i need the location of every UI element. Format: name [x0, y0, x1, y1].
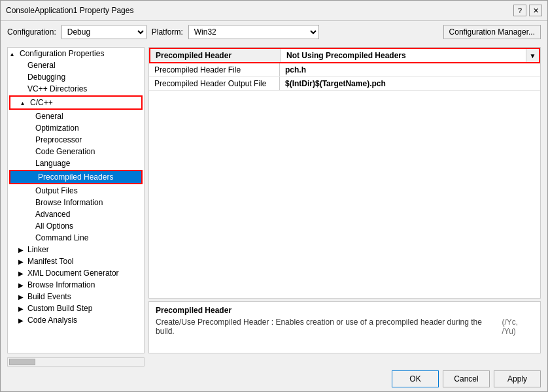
platform-label: Platform:: [152, 27, 183, 37]
platform-select[interactable]: Win32: [188, 25, 319, 39]
tree-label-cpp: C/C++: [30, 98, 53, 107]
property-pages-dialog: ConsoleApplication1 Property Pages ? ✕ C…: [0, 0, 548, 392]
property-grid: Precompiled Header Not Using Precompiled…: [148, 47, 541, 299]
property-name-output: Precompiled Header Output File: [149, 77, 280, 90]
tree-label-cpp-output: Output Files: [35, 186, 78, 195]
tree-item-cpp-command[interactable]: Command Line: [8, 232, 144, 244]
tree-label-debugging: Debugging: [27, 73, 65, 82]
right-panel: Precompiled Header Not Using Precompiled…: [148, 47, 541, 353]
property-header: Precompiled Header Not Using Precompiled…: [149, 48, 540, 63]
tree-item-cpp-advanced[interactable]: Advanced: [8, 208, 144, 220]
title-bar: ConsoleApplication1 Property Pages ? ✕: [1, 1, 547, 21]
tree-item-cpp-output[interactable]: Output Files: [8, 185, 144, 197]
close-button[interactable]: ✕: [529, 5, 542, 16]
property-header-name: Precompiled Header: [150, 49, 281, 62]
description-panel: Precompiled Header Create/Use Precompile…: [148, 301, 541, 353]
horizontal-scrollbar[interactable]: [7, 357, 145, 367]
tree-item-cpp-language[interactable]: Language: [8, 157, 144, 169]
tree-label-linker: Linker: [27, 245, 49, 254]
tree-label-config-properties: Configuration Properties: [20, 49, 104, 58]
description-title: Precompiled Header: [156, 306, 534, 315]
main-content: ▴ Configuration Properties General Debug…: [1, 43, 547, 357]
ok-button[interactable]: OK: [392, 370, 439, 387]
config-label: Configuration:: [7, 27, 56, 37]
tree-item-cpp[interactable]: ▴ C/C++: [10, 97, 141, 108]
table-row: Precompiled Header Output File $(IntDir)…: [149, 77, 540, 91]
config-row: Configuration: Debug Platform: Win32 Con…: [1, 21, 547, 43]
tree-label-general: General: [27, 61, 56, 70]
table-row: Precompiled Header File pch.h: [149, 63, 540, 77]
tree-item-cpp-browse[interactable]: Browse Information: [8, 197, 144, 208]
title-bar-buttons: ? ✕: [513, 5, 542, 16]
tree-item-manifest-tool[interactable]: ▶ Manifest Tool: [8, 255, 144, 267]
property-dropdown-button[interactable]: ▼: [526, 49, 539, 62]
scrollbar-thumb[interactable]: [9, 359, 35, 365]
tree-label-cpp-all-options: All Options: [35, 221, 73, 231]
tree-item-cpp-preprocessor[interactable]: Preprocessor: [8, 134, 144, 146]
tree-label-cpp-language: Language: [35, 159, 70, 168]
tree-item-cpp-general[interactable]: General: [8, 110, 144, 122]
tree-label-code-analysis: Code Analysis: [27, 316, 77, 325]
tree-item-custom-build[interactable]: ▶ Custom Build Step: [8, 302, 144, 314]
configuration-manager-button[interactable]: Configuration Manager...: [443, 25, 541, 39]
tree-label-cpp-advanced: Advanced: [35, 210, 70, 219]
cancel-button[interactable]: Cancel: [443, 370, 490, 387]
property-value-output: $(IntDir)$(TargetName).pch: [280, 77, 540, 90]
description-content: Create/Use Precompiled Header : Enables …: [156, 318, 534, 336]
tree-label-manifest-tool: Manifest Tool: [27, 257, 73, 266]
tree-label-cpp-precomp: Precompiled Headers: [38, 172, 113, 182]
scrollbar-row: [1, 357, 547, 367]
tree-label-browse-info: Browse Information: [27, 280, 95, 289]
description-text: Create/Use Precompiled Header : Enables …: [156, 318, 497, 336]
tree-label-cpp-preprocessor: Preprocessor: [35, 135, 82, 144]
tree-item-cpp-all-options[interactable]: All Options: [8, 220, 144, 232]
apply-button[interactable]: Apply: [494, 370, 541, 387]
tree-label-custom-build: Custom Build Step: [27, 304, 92, 313]
arrow-config-properties: ▴: [10, 50, 18, 57]
tree-item-code-analysis[interactable]: ▶ Code Analysis: [8, 314, 144, 326]
tree-item-vc-directories[interactable]: VC++ Directories: [8, 83, 144, 95]
precomp-border: Precompiled Headers: [9, 170, 143, 184]
help-button[interactable]: ?: [513, 5, 526, 16]
tree-label-xml-doc: XML Document Generator: [27, 269, 119, 278]
tree-item-browse-info[interactable]: ▶ Browse Information: [8, 279, 144, 291]
tree-label-cpp-optimization: Optimization: [35, 123, 79, 133]
tree-item-cpp-code-gen[interactable]: Code Generation: [8, 146, 144, 157]
tree-item-build-events[interactable]: ▶ Build Events: [8, 291, 144, 302]
tree-item-cpp-precomp[interactable]: Precompiled Headers: [10, 171, 141, 183]
tree-label-cpp-browse: Browse Information: [35, 198, 103, 207]
dialog-title: ConsoleApplication1 Property Pages: [6, 6, 133, 15]
property-rows: Precompiled Header File pch.h Precompile…: [149, 63, 540, 298]
description-hint: (/Yc, /Yu): [502, 318, 534, 336]
tree-label-cpp-general: General: [35, 112, 63, 121]
tree-item-config-properties[interactable]: ▴ Configuration Properties: [8, 48, 144, 59]
tree-item-general[interactable]: General: [8, 59, 144, 71]
tree-item-cpp-optimization[interactable]: Optimization: [8, 122, 144, 134]
tree-label-cpp-command: Command Line: [35, 233, 88, 242]
tree-label-build-events: Build Events: [27, 292, 71, 301]
property-header-value: Not Using Precompiled Headers: [281, 49, 526, 62]
tree-label-cpp-code-gen: Code Generation: [35, 147, 95, 156]
tree-item-linker[interactable]: ▶ Linker: [8, 244, 144, 255]
tree-panel: ▴ Configuration Properties General Debug…: [7, 47, 145, 353]
configuration-select[interactable]: Debug: [61, 25, 146, 39]
tree-label-vc-directories: VC++ Directories: [27, 84, 87, 93]
property-value-file: pch.h: [280, 63, 540, 76]
property-name-file: Precompiled Header File: [149, 63, 280, 76]
tree-item-xml-doc[interactable]: ▶ XML Document Generator: [8, 267, 144, 279]
tree-item-debugging[interactable]: Debugging: [8, 71, 144, 83]
cpp-group-border: ▴ C/C++: [9, 95, 143, 110]
bottom-buttons: OK Cancel Apply: [1, 367, 547, 391]
